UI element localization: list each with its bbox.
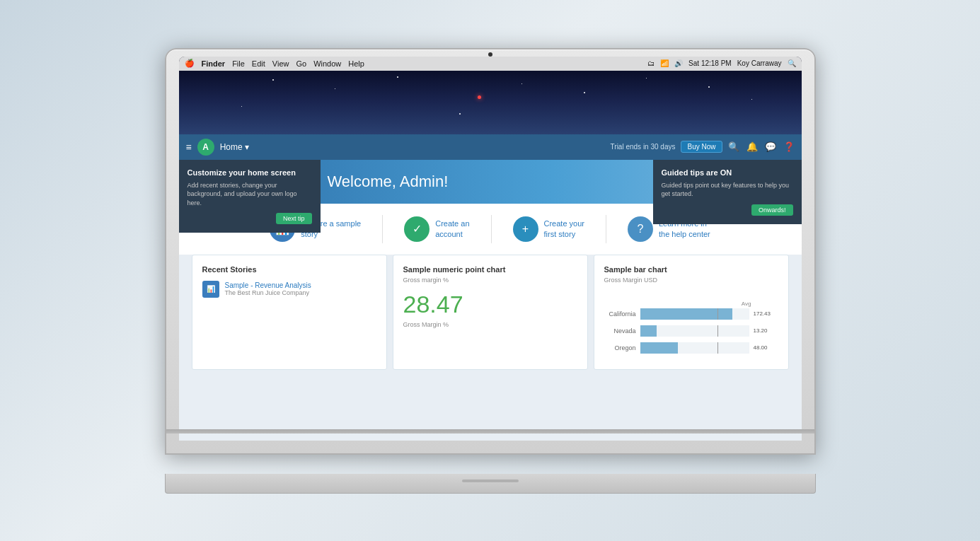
bar-avg-line-oregon [717, 342, 718, 354]
menu-window[interactable]: Window [313, 59, 341, 68]
laptop-camera [488, 52, 492, 57]
star-6 [646, 78, 647, 78]
welcome-text: Welcome, Admin! [328, 173, 646, 191]
bar-chart-title: Sample bar chart [604, 265, 778, 274]
create-account-icon: ✓ [404, 216, 430, 242]
star-3 [397, 76, 398, 78]
home-chevron-icon: ▾ [245, 142, 249, 152]
star-4 [521, 83, 522, 84]
bar-chart-card: Sample bar chart Gross Margin USD Avg Ca… [594, 255, 789, 370]
numeric-chart-value: 28.47 [403, 291, 577, 318]
welcome-admin: Admin! [400, 173, 448, 190]
bar-avg-line [717, 308, 718, 320]
laptop-hinge [166, 429, 814, 434]
bar-avg-line-nevada [717, 325, 718, 337]
menu-go[interactable]: Go [296, 59, 306, 68]
star-5 [584, 92, 585, 93]
bar-row-california: California 172.43 [604, 308, 778, 320]
avg-label: Avg [604, 301, 751, 307]
bar-label-california: California [604, 310, 636, 318]
header-icon-group: 🔍 🔔 💬 ❓ [728, 141, 795, 152]
tooltip-left-title: Customize your home screen [188, 168, 312, 177]
tooltip-right-description: Guided tips point out key features to he… [662, 181, 793, 199]
bar-label-oregon: Oregon [604, 344, 636, 351]
hamburger-menu-icon[interactable]: ≡ [186, 141, 192, 153]
home-nav[interactable]: Home ▾ [220, 142, 249, 152]
bar-row-oregon: Oregon 48.00 [604, 342, 778, 354]
next-tip-button[interactable]: Next tip [276, 213, 312, 224]
mac-menubar-right: 🗂 📶 🔊 Sat 12:18 PM Koy Carraway 🔍 [647, 59, 795, 67]
user-avatar[interactable]: A [197, 139, 214, 156]
finder-label: Finder [202, 59, 226, 68]
bar-value-california: 172.43 [754, 310, 778, 317]
story-company: The Best Run Juice Company [225, 289, 311, 296]
create-account-label: Create an account [435, 219, 469, 239]
menubar-time: Sat 12:18 PM [688, 59, 732, 67]
tooltip-right-title: Guided tips are ON [662, 168, 793, 177]
header-help-icon[interactable]: ❓ [783, 141, 795, 152]
laptop-base [165, 474, 816, 494]
bar-track-california [640, 308, 749, 320]
bar-fill-oregon [640, 342, 679, 354]
action-create-account[interactable]: ✓ Create an account [404, 216, 469, 242]
star-2 [335, 88, 335, 89]
night-sky-background [179, 71, 802, 134]
action-divider-2 [491, 215, 492, 243]
buy-now-button[interactable]: Buy Now [681, 141, 722, 153]
menubar-user: Koy Carraway [737, 59, 782, 67]
numeric-chart-label: Gross Margin % [403, 321, 577, 328]
numeric-chart-card: Sample numeric point chart Gross margin … [393, 255, 588, 370]
apple-icon: 🍎 [185, 59, 195, 68]
menu-help[interactable]: Help [348, 59, 364, 68]
star-1 [272, 79, 274, 81]
story-title: Sample - Revenue Analysis [225, 281, 311, 289]
action-divider-1 [382, 215, 383, 243]
story-item[interactable]: 📊 Sample - Revenue Analysis The Best Run… [202, 277, 376, 302]
story-info: Sample - Revenue Analysis The Best Run J… [225, 281, 311, 296]
menu-edit[interactable]: Edit [252, 59, 265, 68]
bar-label-nevada: Nevada [604, 327, 636, 335]
wifi-icon: 📶 [660, 59, 669, 67]
menubar-search-icon[interactable]: 🔍 [788, 59, 796, 67]
star-7 [708, 86, 710, 88]
app-header: ≡ A Home ▾ Trial ends in 30 days Buy Now… [179, 134, 802, 160]
dashboard-cards-row: Recent Stories 📊 Sample - Revenue Analys… [179, 255, 802, 380]
action-create-story[interactable]: + Create your first story [513, 216, 584, 242]
dropbox-icon: 🗂 [647, 59, 655, 67]
tooltip-left-description: Add recent stories, change your backgrou… [188, 181, 312, 208]
bar-track-oregon [640, 342, 749, 354]
recent-stories-card: Recent Stories 📊 Sample - Revenue Analys… [192, 255, 387, 370]
screen-content: 🍎 Finder File Edit View Go Window Help 🗂… [179, 57, 802, 441]
tooltip-customize: Customize your home screen Add recent st… [179, 160, 321, 233]
mac-menu-items: File Edit View Go Window Help [232, 59, 364, 68]
trial-text: Trial ends in 30 days [611, 143, 676, 151]
header-search-icon[interactable]: 🔍 [728, 141, 739, 152]
numeric-chart-subtitle: Gross margin % [403, 277, 577, 284]
mac-menubar: 🍎 Finder File Edit View Go Window Help 🗂… [179, 57, 802, 71]
story-icon: 📊 [202, 281, 219, 298]
numeric-chart-title: Sample numeric point chart [403, 265, 577, 274]
menu-file[interactable]: File [232, 59, 245, 68]
bar-fill-nevada [640, 325, 657, 337]
screen-bezel: 🍎 Finder File Edit View Go Window Help 🗂… [179, 57, 802, 441]
star-10 [459, 113, 461, 115]
onwards-button[interactable]: Onwards! [751, 204, 793, 216]
header-bell-icon[interactable]: 🔔 [746, 141, 758, 152]
bar-row-nevada: Nevada 13.20 [604, 325, 778, 337]
bar-chart-subtitle: Gross Margin USD [604, 277, 778, 284]
bar-track-nevada [640, 325, 749, 337]
laptop-body: 🍎 Finder File Edit View Go Window Help 🗂… [165, 48, 816, 455]
header-chat-icon[interactable]: 💬 [765, 141, 776, 152]
main-content-area: Customize your home screen Add recent st… [179, 160, 802, 441]
sound-icon: 🔊 [674, 59, 683, 67]
action-divider-3 [606, 215, 606, 243]
menu-view[interactable]: View [272, 59, 289, 68]
tooltip-guided-tips: Guided tips are ON Guided tips point out… [653, 160, 802, 224]
bar-value-nevada: 13.20 [754, 327, 778, 334]
bar-value-oregon: 48.00 [754, 344, 778, 351]
learn-more-icon: ? [628, 216, 653, 242]
red-star [478, 95, 481, 99]
bar-fill-california [640, 308, 733, 320]
create-story-icon: + [513, 216, 538, 242]
laptop-shell: 🍎 Finder File Edit View Go Window Help 🗂… [165, 48, 816, 494]
